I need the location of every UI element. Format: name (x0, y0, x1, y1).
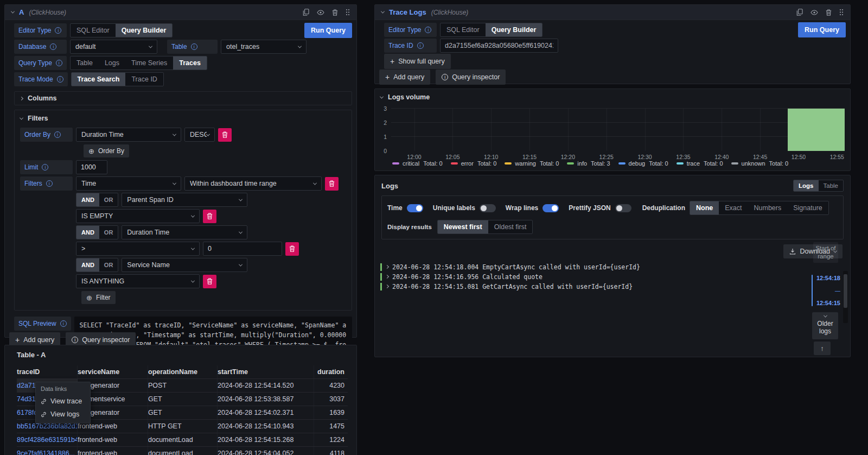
condition-operator-select[interactable]: IS EMPTY (76, 209, 200, 223)
info-icon[interactable]: i (191, 43, 197, 50)
toggle-switch-wrap-lines[interactable] (542, 204, 559, 212)
toggle-switch-prettify-json[interactable] (615, 204, 631, 212)
query-title[interactable]: A (19, 8, 24, 16)
toggle-query-visibility-icon[interactable] (317, 10, 324, 15)
info-icon[interactable]: i (55, 27, 61, 34)
order-by-direction-select[interactable]: DESC (184, 128, 215, 142)
legend-item-trace[interactable]: traceTotal: 0 (676, 160, 723, 167)
collapse-chevron-icon[interactable] (381, 10, 385, 14)
info-icon[interactable]: i (56, 60, 62, 66)
context-menu-item-view-trace[interactable]: View trace (36, 395, 90, 408)
column-header-starttime[interactable]: startTime (218, 365, 314, 378)
trace-mode-option-trace-search[interactable]: Trace Search (72, 73, 126, 86)
condition-operator-select[interactable]: IS ANYTHING (76, 274, 200, 288)
scrollbar-thumb[interactable] (844, 274, 847, 308)
columns-section[interactable]: Columns (14, 91, 352, 105)
duplicate-query-icon[interactable] (796, 9, 803, 16)
order-by-field-select[interactable]: Duration Time (76, 128, 181, 142)
add-filter-button[interactable]: ⊕Filter (81, 291, 116, 304)
query-inspector-button[interactable]: iQuery inspector (436, 69, 506, 85)
expand-log-chevron-icon[interactable] (385, 265, 389, 269)
limit-input[interactable] (76, 160, 107, 174)
legend-item-critical[interactable]: criticalTotal: 0 (392, 160, 443, 167)
run-query-button[interactable]: Run Query (798, 22, 846, 37)
legend-item-unknown[interactable]: unknownTotal: 0 (731, 160, 789, 167)
volume-bar-info[interactable] (788, 109, 845, 151)
connector-0-option-or[interactable]: OR (99, 193, 118, 206)
legend-item-warning[interactable]: warningTotal: 0 (505, 160, 559, 167)
logs-view-option-logs[interactable]: Logs (794, 180, 818, 191)
logs-volume-header[interactable]: Logs volume (380, 93, 430, 101)
column-header-servicename[interactable]: serviceName (78, 365, 148, 378)
older-logs-button[interactable]: Older logs (812, 312, 838, 339)
trace-id-link[interactable]: 89cf4286e631591b4... (17, 433, 78, 446)
duplicate-query-icon[interactable] (303, 9, 309, 16)
logs-view-option-table[interactable]: Table (819, 180, 844, 191)
expand-log-chevron-icon[interactable] (385, 275, 389, 279)
delete-condition-button[interactable] (203, 275, 216, 288)
info-icon[interactable]: i (54, 131, 61, 138)
delete-filter-button[interactable] (325, 177, 339, 191)
deduplication-option-numbers[interactable]: Numbers (748, 201, 788, 214)
connector-2-option-or[interactable]: OR (99, 258, 118, 271)
scroll-to-top-button[interactable]: ↑ (814, 342, 831, 355)
connector-0-option-and[interactable]: AND (76, 193, 99, 206)
info-icon[interactable]: i (50, 43, 56, 50)
info-icon[interactable]: i (60, 320, 67, 327)
context-menu-item-view-logs[interactable]: View logs (36, 408, 90, 421)
column-header-duration[interactable]: duration (314, 365, 348, 378)
connector-1-option-and[interactable]: AND (76, 226, 99, 239)
deduplication-option-exact[interactable]: Exact (719, 201, 748, 214)
table-select[interactable]: otel_traces (221, 40, 307, 54)
condition-field-select[interactable]: Parent Span ID (122, 193, 247, 207)
panel-title[interactable]: Logs (381, 182, 398, 190)
connector-1-option-or[interactable]: OR (99, 226, 118, 239)
info-icon[interactable]: i (417, 42, 424, 49)
filters-section-header[interactable]: Filters (20, 115, 346, 122)
collapse-chevron-icon[interactable] (11, 10, 15, 14)
editor-type-b-option-query-builder[interactable]: Query Builder (486, 23, 542, 36)
panel-title[interactable]: Table - A (17, 351, 348, 359)
drag-handle-icon[interactable] (346, 9, 350, 16)
filter-operator-select[interactable]: Within dashboard time range (184, 176, 322, 191)
info-icon[interactable]: i (425, 27, 431, 33)
legend-item-error[interactable]: errorTotal: 0 (451, 160, 497, 167)
editor-type-a-option-sql-editor[interactable]: SQL Editor (71, 24, 116, 37)
editor-type-a-option-query-builder[interactable]: Query Builder (116, 24, 173, 37)
trace-id-input[interactable] (440, 39, 558, 53)
expand-log-chevron-icon[interactable] (385, 285, 389, 288)
filter-field-select[interactable]: Time (76, 176, 181, 191)
legend-item-info[interactable]: infoTotal: 3 (567, 160, 610, 167)
query-type-option-traces[interactable]: Traces (173, 56, 207, 69)
log-line[interactable]: 2024-06-28 12:54:16.956 Calculated quote (380, 273, 760, 281)
trace-mode-option-trace-id[interactable]: Trace ID (125, 73, 163, 86)
condition-operator-select[interactable]: > (76, 242, 200, 256)
log-line[interactable]: 2024-06-28 12:54:18.004 EmptyCartAsync c… (380, 263, 760, 271)
drag-handle-icon[interactable] (839, 9, 844, 16)
delete-query-icon[interactable] (332, 9, 338, 16)
info-icon[interactable]: i (57, 76, 63, 83)
deduplication-option-none[interactable]: None (690, 201, 719, 214)
range-from-link[interactable]: 12:54:18 (816, 275, 840, 281)
deduplication-option-signature[interactable]: Signature (787, 201, 828, 214)
show-full-query-button[interactable]: +Show full query (384, 54, 451, 69)
info-icon[interactable]: i (42, 164, 48, 170)
add-query-button[interactable]: +Add query (379, 69, 430, 85)
run-query-button[interactable]: Run Query (304, 23, 352, 38)
column-header-traceid[interactable]: traceID (17, 365, 78, 378)
add-order-by-button[interactable]: ⊕Order By (84, 144, 129, 157)
connector-2-option-and[interactable]: AND (76, 258, 99, 271)
delete-order-by-button[interactable] (218, 128, 232, 142)
condition-field-select[interactable]: Service Name (122, 258, 247, 272)
delete-condition-button[interactable] (285, 242, 299, 256)
query-type-option-logs[interactable]: Logs (99, 56, 125, 69)
database-select[interactable]: default (70, 40, 157, 54)
condition-field-select[interactable]: Duration Time (122, 225, 247, 239)
display-results-option-newest-first[interactable]: Newest first (438, 220, 488, 233)
condition-value-input[interactable] (203, 242, 282, 256)
toggle-query-visibility-icon[interactable] (810, 10, 818, 15)
range-to-link[interactable]: 12:54:15 (816, 300, 840, 306)
trace-id-link[interactable]: 9ce7faf61341886... (17, 447, 78, 455)
log-line[interactable]: 2024-06-28 12:54:15.081 GetCartAsync cal… (380, 282, 760, 290)
toggle-switch-unique-labels[interactable] (480, 204, 496, 212)
